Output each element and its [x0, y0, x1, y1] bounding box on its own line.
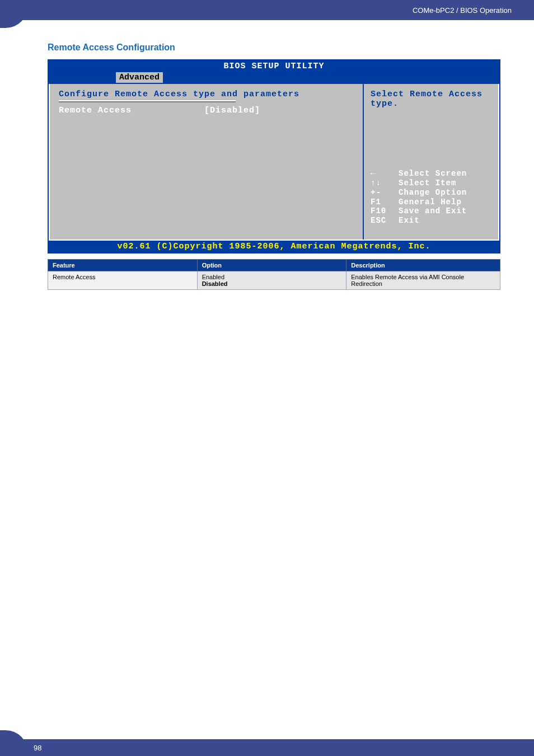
th-option: Option: [197, 260, 346, 271]
bios-help-text: Select Remote Access type.: [371, 90, 491, 109]
bios-left-panel: Configure Remote Access type and paramet…: [50, 84, 364, 240]
page-content: Remote Access Configuration BIOS SETUP U…: [0, 20, 534, 290]
bios-help-line2: type.: [371, 99, 491, 109]
section-title: Remote Access Configuration: [48, 43, 500, 53]
bios-key-legend: ← Select Screen ↑↓ Select Item +- Change…: [371, 169, 491, 234]
bios-title: BIOS SETUP UTILITY: [49, 60, 499, 72]
td-description: Enables Remote Access via AMI Console Re…: [346, 271, 500, 290]
bios-key-row: ← Select Screen: [371, 169, 491, 179]
bios-body: Configure Remote Access type and paramet…: [49, 84, 499, 241]
td-feature: Remote Access: [48, 271, 198, 290]
bios-item-row: Remote Access [Disabled]: [59, 106, 354, 115]
feature-table: Feature Option Description Remote Access…: [48, 259, 500, 290]
table-row: Remote Access Enabled Disabled Enables R…: [48, 271, 500, 290]
bios-key-label: General Help: [399, 198, 462, 207]
option-disabled: Disabled: [202, 280, 342, 287]
page-number: 98: [34, 744, 41, 752]
bios-right-panel: Select Remote Access type. ← Select Scre…: [364, 84, 498, 240]
bios-key-sym: +-: [371, 188, 399, 198]
bios-item-label: Remote Access: [59, 106, 204, 115]
bios-key-label: Save and Exit: [399, 206, 467, 216]
bios-key-label: Select Item: [399, 179, 456, 188]
bios-item-value: [Disabled]: [204, 106, 260, 115]
bios-left-heading: Configure Remote Access type and paramet…: [59, 90, 354, 99]
bios-key-row: ESC Exit: [371, 216, 491, 226]
bios-key-sym: ←: [371, 169, 399, 179]
th-description: Description: [346, 260, 500, 271]
option-enabled: Enabled: [202, 274, 342, 280]
bios-key-sym: ↑↓: [371, 179, 399, 188]
bios-key-row: +- Change Option: [371, 188, 491, 198]
bios-screenshot: BIOS SETUP UTILITY Advanced Configure Re…: [48, 59, 500, 253]
bios-key-row: F1 General Help: [371, 198, 491, 207]
td-option: Enabled Disabled: [197, 271, 346, 290]
bios-key-row: ↑↓ Select Item: [371, 179, 491, 188]
bios-key-sym: F1: [371, 198, 399, 207]
bios-key-sym: F10: [371, 206, 399, 216]
bios-key-row: F10 Save and Exit: [371, 206, 491, 216]
bios-key-label: Select Screen: [399, 169, 467, 179]
header-bar: COMe-bPC2 / BIOS Operation: [0, 0, 534, 20]
footer-bar: 98: [0, 739, 534, 756]
bios-divider: [59, 100, 236, 102]
table-header-row: Feature Option Description: [48, 260, 500, 271]
bios-help-line1: Select Remote Access: [371, 90, 491, 99]
bios-key-sym: ESC: [371, 216, 399, 226]
bios-key-label: Change Option: [399, 188, 467, 198]
bios-key-label: Exit: [399, 216, 420, 226]
bios-copyright: v02.61 (C)Copyright 1985-2006, American …: [49, 241, 499, 252]
bios-menu-advanced: Advanced: [116, 72, 163, 83]
bios-menu-bar: Advanced: [49, 72, 499, 84]
th-feature: Feature: [48, 260, 198, 271]
breadcrumb: COMe-bPC2 / BIOS Operation: [413, 6, 512, 15]
